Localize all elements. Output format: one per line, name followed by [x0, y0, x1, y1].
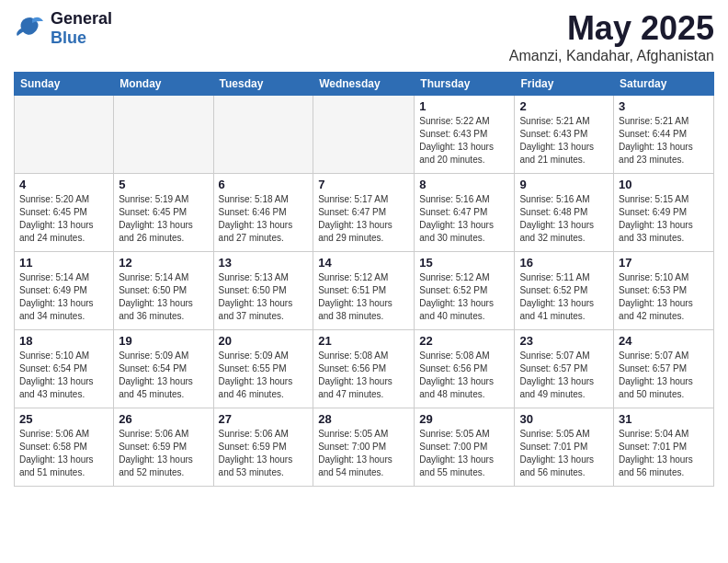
day-number: 23	[519, 334, 609, 348]
day-number: 20	[219, 334, 309, 348]
day-number: 13	[219, 256, 309, 270]
day-number: 6	[219, 178, 309, 191]
week-row-4: 18Sunrise: 5:10 AMSunset: 6:54 PMDayligh…	[15, 330, 714, 408]
day-number: 16	[519, 256, 609, 270]
day-number: 21	[318, 334, 409, 348]
week-row-1: 1Sunrise: 5:22 AMSunset: 6:43 PMDaylight…	[15, 96, 714, 174]
day-number: 2	[519, 99, 609, 113]
day-number: 11	[19, 256, 108, 270]
day-number: 27	[219, 412, 309, 426]
logo-icon	[14, 10, 47, 47]
day-cell: 4Sunrise: 5:20 AMSunset: 6:45 PMDaylight…	[15, 174, 114, 252]
weekday-row: Sunday Monday Tuesday Wednesday Thursday…	[15, 73, 714, 96]
day-cell: 16Sunrise: 5:11 AMSunset: 6:52 PMDayligh…	[515, 252, 614, 330]
calendar-body: 1Sunrise: 5:22 AMSunset: 6:43 PMDaylight…	[15, 96, 714, 487]
day-cell: 17Sunrise: 5:10 AMSunset: 6:53 PMDayligh…	[614, 252, 714, 330]
day-info: Sunrise: 5:22 AMSunset: 6:43 PMDaylight:…	[419, 115, 509, 167]
day-info: Sunrise: 5:10 AMSunset: 6:53 PMDaylight:…	[619, 271, 709, 323]
day-cell	[15, 96, 114, 174]
day-cell: 3Sunrise: 5:21 AMSunset: 6:44 PMDaylight…	[614, 96, 714, 174]
day-cell	[313, 96, 415, 174]
day-cell: 31Sunrise: 5:04 AMSunset: 7:01 PMDayligh…	[614, 408, 714, 487]
day-info: Sunrise: 5:12 AMSunset: 6:52 PMDaylight:…	[419, 271, 509, 323]
week-row-5: 25Sunrise: 5:06 AMSunset: 6:58 PMDayligh…	[15, 408, 714, 487]
day-info: Sunrise: 5:12 AMSunset: 6:51 PMDaylight:…	[318, 271, 409, 323]
day-number: 10	[619, 178, 709, 191]
day-number: 30	[519, 412, 609, 426]
day-info: Sunrise: 5:09 AMSunset: 6:55 PMDaylight:…	[219, 350, 309, 401]
day-cell: 12Sunrise: 5:14 AMSunset: 6:50 PMDayligh…	[114, 252, 213, 330]
day-cell: 5Sunrise: 5:19 AMSunset: 6:45 PMDaylight…	[114, 174, 213, 252]
day-info: Sunrise: 5:10 AMSunset: 6:54 PMDaylight:…	[19, 350, 108, 401]
day-cell: 29Sunrise: 5:05 AMSunset: 7:00 PMDayligh…	[415, 408, 515, 487]
day-cell: 8Sunrise: 5:16 AMSunset: 6:47 PMDaylight…	[415, 174, 515, 252]
day-info: Sunrise: 5:21 AMSunset: 6:44 PMDaylight:…	[619, 115, 709, 167]
day-info: Sunrise: 5:21 AMSunset: 6:43 PMDaylight:…	[519, 115, 609, 167]
day-cell: 1Sunrise: 5:22 AMSunset: 6:43 PMDaylight…	[415, 96, 515, 174]
day-cell: 2Sunrise: 5:21 AMSunset: 6:43 PMDaylight…	[515, 96, 614, 174]
day-cell: 11Sunrise: 5:14 AMSunset: 6:49 PMDayligh…	[15, 252, 114, 330]
day-info: Sunrise: 5:19 AMSunset: 6:45 PMDaylight:…	[119, 193, 208, 245]
header-friday: Friday	[515, 73, 614, 96]
day-cell: 10Sunrise: 5:15 AMSunset: 6:49 PMDayligh…	[614, 174, 714, 252]
header-wednesday: Wednesday	[313, 73, 415, 96]
day-number: 28	[318, 412, 409, 426]
header-monday: Monday	[114, 73, 213, 96]
day-info: Sunrise: 5:18 AMSunset: 6:46 PMDaylight:…	[219, 193, 309, 245]
header-saturday: Saturday	[614, 73, 714, 96]
day-info: Sunrise: 5:08 AMSunset: 6:56 PMDaylight:…	[318, 350, 409, 401]
header-sunday: Sunday	[15, 73, 114, 96]
day-info: Sunrise: 5:16 AMSunset: 6:48 PMDaylight:…	[519, 193, 609, 245]
day-cell: 26Sunrise: 5:06 AMSunset: 6:59 PMDayligh…	[114, 408, 213, 487]
day-cell: 18Sunrise: 5:10 AMSunset: 6:54 PMDayligh…	[15, 330, 114, 408]
day-info: Sunrise: 5:05 AMSunset: 7:00 PMDaylight:…	[419, 428, 509, 479]
day-number: 31	[619, 412, 709, 426]
day-cell: 24Sunrise: 5:07 AMSunset: 6:57 PMDayligh…	[614, 330, 714, 408]
day-cell: 27Sunrise: 5:06 AMSunset: 6:59 PMDayligh…	[213, 408, 313, 487]
day-number: 5	[119, 178, 208, 191]
day-info: Sunrise: 5:14 AMSunset: 6:50 PMDaylight:…	[119, 271, 208, 323]
day-cell: 19Sunrise: 5:09 AMSunset: 6:54 PMDayligh…	[114, 330, 213, 408]
day-cell: 9Sunrise: 5:16 AMSunset: 6:48 PMDaylight…	[515, 174, 614, 252]
day-info: Sunrise: 5:20 AMSunset: 6:45 PMDaylight:…	[19, 193, 108, 245]
day-cell: 23Sunrise: 5:07 AMSunset: 6:57 PMDayligh…	[515, 330, 614, 408]
day-number: 9	[519, 178, 609, 191]
day-cell: 6Sunrise: 5:18 AMSunset: 6:46 PMDaylight…	[213, 174, 313, 252]
day-info: Sunrise: 5:15 AMSunset: 6:49 PMDaylight:…	[619, 193, 709, 245]
day-cell: 22Sunrise: 5:08 AMSunset: 6:56 PMDayligh…	[415, 330, 515, 408]
day-number: 22	[419, 334, 509, 348]
day-number: 3	[619, 99, 709, 113]
day-info: Sunrise: 5:07 AMSunset: 6:57 PMDaylight:…	[519, 350, 609, 401]
day-info: Sunrise: 5:07 AMSunset: 6:57 PMDaylight:…	[619, 350, 709, 401]
day-cell: 7Sunrise: 5:17 AMSunset: 6:47 PMDaylight…	[313, 174, 415, 252]
day-cell	[213, 96, 313, 174]
day-number: 19	[119, 334, 208, 348]
day-number: 1	[419, 99, 509, 113]
day-number: 18	[19, 334, 108, 348]
logo: General Blue	[14, 9, 112, 48]
day-number: 15	[419, 256, 509, 270]
week-row-3: 11Sunrise: 5:14 AMSunset: 6:49 PMDayligh…	[15, 252, 714, 330]
logo-text: General Blue	[51, 9, 112, 48]
day-info: Sunrise: 5:05 AMSunset: 7:00 PMDaylight:…	[318, 428, 409, 479]
day-info: Sunrise: 5:14 AMSunset: 6:49 PMDaylight:…	[19, 271, 108, 323]
day-number: 8	[419, 178, 509, 191]
day-info: Sunrise: 5:06 AMSunset: 6:59 PMDaylight:…	[219, 428, 309, 479]
calendar-table: Sunday Monday Tuesday Wednesday Thursday…	[14, 72, 714, 487]
logo-blue: Blue	[51, 29, 112, 48]
day-cell: 13Sunrise: 5:13 AMSunset: 6:50 PMDayligh…	[213, 252, 313, 330]
header-tuesday: Tuesday	[213, 73, 313, 96]
day-info: Sunrise: 5:04 AMSunset: 7:01 PMDaylight:…	[619, 428, 709, 479]
day-number: 4	[19, 178, 108, 191]
location: Amanzi, Kandahar, Afghanistan	[509, 48, 714, 64]
day-cell: 20Sunrise: 5:09 AMSunset: 6:55 PMDayligh…	[213, 330, 313, 408]
day-info: Sunrise: 5:05 AMSunset: 7:01 PMDaylight:…	[519, 428, 609, 479]
day-cell: 21Sunrise: 5:08 AMSunset: 6:56 PMDayligh…	[313, 330, 415, 408]
day-info: Sunrise: 5:13 AMSunset: 6:50 PMDaylight:…	[219, 271, 309, 323]
day-cell: 15Sunrise: 5:12 AMSunset: 6:52 PMDayligh…	[415, 252, 515, 330]
day-number: 26	[119, 412, 208, 426]
logo-general: General	[51, 9, 112, 29]
week-row-2: 4Sunrise: 5:20 AMSunset: 6:45 PMDaylight…	[15, 174, 714, 252]
header-thursday: Thursday	[415, 73, 515, 96]
day-info: Sunrise: 5:09 AMSunset: 6:54 PMDaylight:…	[119, 350, 208, 401]
